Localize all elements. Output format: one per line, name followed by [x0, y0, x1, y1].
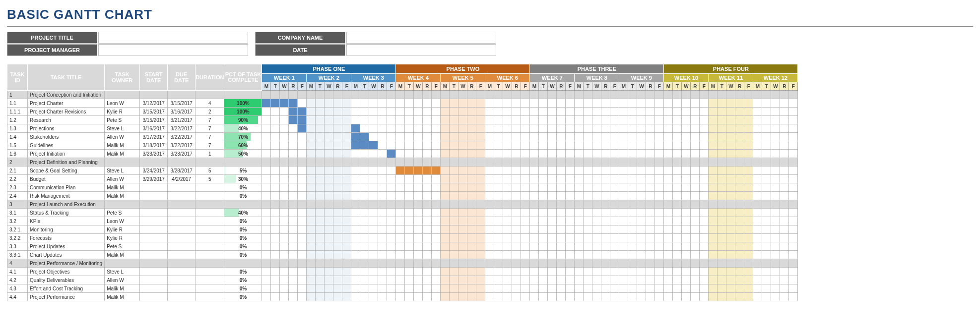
gantt-cell [280, 108, 289, 116]
gantt-cell [307, 91, 316, 99]
company-name-input[interactable] [346, 32, 496, 44]
gantt-cell [682, 108, 691, 116]
task-row[interactable]: 1.1.1Project Charter RevisionsKylie R3/1… [7, 108, 798, 116]
task-row[interactable]: 3.3Project UpdatesPete S0% [7, 242, 798, 251]
gantt-cell [316, 242, 325, 251]
gantt-cell [423, 108, 432, 116]
gantt-cell [458, 192, 467, 200]
task-row[interactable]: 3.1Status & TrackingPete S40% [7, 209, 798, 217]
task-row[interactable]: 3.2.2ForecastsKylie R0% [7, 234, 798, 242]
gantt-cell [771, 91, 780, 99]
task-row[interactable]: 4.1Project ObjectivesSteve L0% [7, 268, 798, 276]
task-row[interactable]: 1.3ProjectionsSteve L3/16/20173/22/20177… [7, 124, 798, 133]
task-row[interactable]: 2.3Communication PlanMalik M0% [7, 183, 798, 192]
gantt-cell [762, 209, 771, 217]
gantt-cell [450, 209, 458, 217]
project-title-input[interactable] [98, 32, 248, 44]
task-row[interactable]: 3.2.1MonitoringKylie R0% [7, 225, 798, 234]
gantt-cell [691, 158, 700, 167]
task-pct: 70% [224, 133, 262, 141]
gantt-cell [512, 133, 521, 141]
gantt-cell [637, 183, 646, 192]
gantt-cell [735, 234, 744, 242]
gantt-cell [316, 150, 325, 158]
gantt-cell [387, 242, 396, 251]
task-row[interactable]: 1.6Project InitiationMalik M3/23/20173/2… [7, 150, 798, 158]
gantt-cell [458, 108, 467, 116]
task-row[interactable]: 1.4StakeholdersAllen W3/17/20173/22/2017… [7, 133, 798, 141]
task-row[interactable]: 2Project Definition and Planning [7, 158, 798, 167]
gantt-cell [691, 242, 700, 251]
task-owner: Leon W [105, 217, 140, 225]
gantt-cell [780, 150, 789, 158]
task-row[interactable]: 2.1Scope & Goal SettingSteve L3/24/20173… [7, 167, 798, 175]
task-row[interactable]: 4.2Quality DeliverablesAllen W0% [7, 276, 798, 284]
task-row[interactable]: 3Project Launch and Execution [7, 200, 798, 209]
task-due [168, 158, 196, 167]
task-row[interactable]: 3.2KPIsLeon W0% [7, 217, 798, 225]
gantt-cell [521, 133, 530, 141]
gantt-cell [271, 167, 280, 175]
gantt-cell [450, 217, 458, 225]
gantt-cell [316, 259, 325, 268]
gantt-cell [494, 225, 503, 234]
task-row[interactable]: 4.3Effort and Cost TrackingMalik M0% [7, 284, 798, 293]
task-title: Project Launch and Execution [28, 200, 105, 209]
task-row[interactable]: 3.3.1Chart UpdatesMalik M0% [7, 251, 798, 259]
task-row[interactable]: 1Project Conception and Initiation [7, 91, 798, 99]
gantt-cell [441, 91, 450, 99]
task-pct: 50% [224, 150, 262, 158]
gantt-cell [780, 209, 789, 217]
day-header: T [450, 82, 458, 91]
gantt-cell [396, 116, 405, 124]
gantt-cell [691, 183, 700, 192]
task-duration [196, 192, 224, 200]
gantt-cell [467, 175, 476, 183]
gantt-cell [494, 242, 503, 251]
gantt-cell [450, 259, 458, 268]
task-row[interactable]: 4Project Performance / Monitoring [7, 259, 798, 268]
gantt-cell [280, 175, 289, 183]
gantt-cell [628, 200, 637, 209]
task-row[interactable]: 1.2ResearchPete S3/15/20173/21/2017790% [7, 116, 798, 124]
gantt-cell [369, 192, 378, 200]
gantt-cell [592, 234, 601, 242]
gantt-cell [289, 251, 298, 259]
task-row[interactable]: 2.2BudgetAllen W3/29/20174/2/2017530% [7, 175, 798, 183]
project-manager-input[interactable] [98, 44, 248, 56]
gantt-cell [530, 192, 539, 200]
task-id: 4.1 [7, 268, 28, 276]
gantt-cell [378, 284, 387, 293]
task-row[interactable]: 1.5GuidelinesMalik M3/18/20173/22/201776… [7, 141, 798, 150]
gantt-cell [503, 175, 512, 183]
gantt-cell [753, 225, 762, 234]
task-row[interactable]: 1.1Project CharterLeon W3/12/20173/15/20… [7, 99, 798, 108]
gantt-cell [530, 99, 539, 108]
gantt-cell [726, 225, 735, 234]
gantt-cell [485, 200, 494, 209]
day-header: R [423, 82, 432, 91]
task-row[interactable]: 4.4Project PerformanceMalik M0% [7, 293, 798, 301]
gantt-cell [655, 99, 664, 108]
gantt-cell [601, 251, 610, 259]
gantt-cell [762, 276, 771, 284]
gantt-cell [405, 200, 414, 209]
gantt-cell [673, 259, 682, 268]
gantt-cell [414, 133, 423, 141]
day-header: M [530, 82, 539, 91]
gantt-cell [512, 150, 521, 158]
gantt-cell [530, 200, 539, 209]
gantt-cell [458, 242, 467, 251]
day-header: F [655, 82, 664, 91]
gantt-cell [351, 108, 360, 116]
gantt-cell [432, 234, 441, 242]
gantt-cell [351, 175, 360, 183]
task-row[interactable]: 2.4Risk ManagementMalik M0% [7, 192, 798, 200]
date-input[interactable] [346, 44, 496, 56]
gantt-cell [280, 158, 289, 167]
col-due-date: DUE DATE [168, 64, 196, 91]
gantt-cell [592, 150, 601, 158]
gantt-cell [396, 217, 405, 225]
gantt-cell [673, 209, 682, 217]
task-title: Effort and Cost Tracking [28, 284, 105, 293]
